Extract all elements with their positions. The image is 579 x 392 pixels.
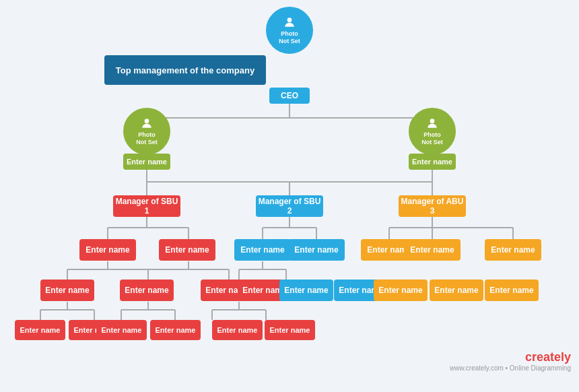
left-manager-label: Enter name <box>123 154 170 170</box>
abu3-l2-1: Enter name <box>374 280 428 301</box>
svg-point-48 <box>145 119 149 124</box>
ceo-label: CEO <box>269 88 310 104</box>
sbu1-l2-1: Enter name <box>40 280 94 301</box>
abu3-l2-3: Enter name <box>485 280 539 301</box>
bottom-3: Enter name <box>96 320 147 340</box>
sbu2-box: Manager of SBU 2 <box>256 195 323 217</box>
brand-logo: creately <box>450 350 571 364</box>
bottom-6: Enter name <box>265 320 315 340</box>
svg-point-47 <box>287 18 292 23</box>
sbu1-child1: Enter name <box>79 239 136 261</box>
svg-point-49 <box>430 119 435 124</box>
sbu2-child2: Enter name <box>288 239 345 261</box>
sbu1-box: Manager of SBU 1 <box>113 195 180 217</box>
abu3-child2: Enter name <box>404 239 461 261</box>
watermark: creately www.creately.com • Online Diagr… <box>450 350 571 372</box>
company-tag-label: Top management of the company <box>104 55 266 85</box>
abu3-box: Manager of ABU 3 <box>399 195 466 217</box>
sbu2-child1: Enter name <box>234 239 291 261</box>
ceo-circle: PhotoNot Set <box>266 7 313 54</box>
watermark-url: www.creately.com • Online Diagramming <box>450 364 571 372</box>
left-manager-circle: PhotoNot Set <box>123 108 170 155</box>
bottom-4: Enter name <box>150 320 201 340</box>
sbu1-l2-2: Enter name <box>120 280 174 301</box>
right-manager-label: Enter name <box>409 154 456 170</box>
bottom-1: Enter name <box>15 320 65 340</box>
right-manager-circle: PhotoNot Set <box>409 108 456 155</box>
bottom-5: Enter name <box>212 320 263 340</box>
sbu2-l2-1: Enter name <box>279 280 333 301</box>
sbu1-child2: Enter name <box>159 239 215 261</box>
abu3-l2-2: Enter name <box>430 280 483 301</box>
abu3-child3: Enter name <box>485 239 541 261</box>
